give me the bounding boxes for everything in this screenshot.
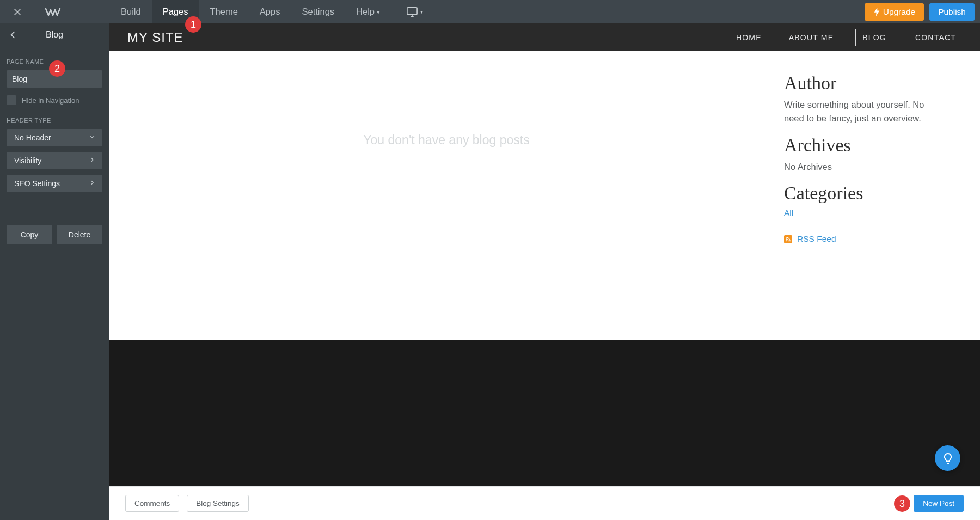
annotation-badge-3: 3 xyxy=(894,495,910,512)
editor-topbar: Build Pages Theme Apps Settings Help▾ ▾ … xyxy=(0,0,980,23)
svg-point-1 xyxy=(786,240,787,241)
publish-button[interactable]: Publish xyxy=(929,3,975,21)
new-post-button[interactable]: New Post xyxy=(914,495,964,512)
author-heading[interactable]: Author xyxy=(784,73,942,94)
site-nav-about[interactable]: ABOUT ME xyxy=(783,30,839,45)
seo-settings-label: SEO Settings xyxy=(14,179,60,188)
nav-apps[interactable]: Apps xyxy=(249,0,291,23)
chevron-down-icon xyxy=(89,133,96,142)
seo-settings-row[interactable]: SEO Settings xyxy=(7,175,102,192)
archives-heading[interactable]: Archives xyxy=(784,135,942,156)
site-nav-contact[interactable]: CONTACT xyxy=(910,30,961,45)
preview-pane: MY SITE HOME ABOUT ME BLOG CONTACT You d… xyxy=(109,23,980,520)
svg-rect-0 xyxy=(407,7,417,14)
category-all-link[interactable]: All xyxy=(784,208,942,218)
annotation-badge-2: 2 xyxy=(49,60,65,77)
topbar-nav: Build Pages Theme Apps Settings Help▾ xyxy=(110,0,391,23)
header-type-select[interactable]: No Header xyxy=(7,129,102,146)
site-nav-blog[interactable]: BLOG xyxy=(855,29,893,46)
bottom-bar-right: New Post xyxy=(914,495,964,512)
categories-heading[interactable]: Categories xyxy=(784,183,942,204)
sidebar-actions: Copy Delete xyxy=(7,225,102,244)
chevron-down-icon: ▾ xyxy=(377,9,380,15)
site-nav: HOME ABOUT ME BLOG CONTACT xyxy=(731,29,961,46)
site-header: MY SITE HOME ABOUT ME BLOG CONTACT xyxy=(109,23,980,51)
site-logo[interactable]: MY SITE xyxy=(127,30,183,45)
editor-layout: Blog PAGE NAME 2 Hide in Navigation HEAD… xyxy=(0,23,980,520)
upgrade-button[interactable]: Upgrade xyxy=(865,3,924,21)
nav-theme[interactable]: Theme xyxy=(199,0,249,23)
blog-canvas: You don't have any blog posts Author Wri… xyxy=(109,51,980,340)
device-preview-toggle[interactable]: ▾ xyxy=(406,7,423,17)
close-icon[interactable] xyxy=(11,5,24,19)
help-fab[interactable] xyxy=(935,445,960,471)
delete-button[interactable]: Delete xyxy=(57,225,102,244)
sidebar: Blog PAGE NAME 2 Hide in Navigation HEAD… xyxy=(0,23,109,520)
bottom-bar-left: Comments Blog Settings xyxy=(125,495,249,512)
site-nav-home[interactable]: HOME xyxy=(731,30,767,45)
lightbulb-icon xyxy=(941,452,954,465)
chevron-right-icon xyxy=(89,179,96,188)
blog-post-area[interactable]: You don't have any blog posts xyxy=(109,51,784,340)
weebly-logo[interactable] xyxy=(45,4,61,20)
sidebar-title: Blog xyxy=(0,30,109,40)
sidebar-header: Blog xyxy=(0,23,109,46)
chevron-right-icon xyxy=(89,156,96,165)
nav-help[interactable]: Help▾ xyxy=(345,0,391,23)
header-type-label: HEADER TYPE xyxy=(7,117,102,124)
chevron-down-icon: ▾ xyxy=(420,9,423,15)
nav-build[interactable]: Build xyxy=(110,0,152,23)
blog-bottom-bar: Comments Blog Settings New Post 3 xyxy=(109,486,980,520)
topbar-right: Upgrade Publish xyxy=(865,3,975,21)
visibility-label: Visibility xyxy=(14,156,41,165)
header-type-value: No Header xyxy=(14,133,51,142)
hide-in-navigation-checkbox[interactable]: Hide in Navigation xyxy=(7,95,102,105)
lightning-icon xyxy=(873,8,880,16)
rss-feed-link[interactable]: RSS Feed xyxy=(797,234,836,244)
copy-button[interactable]: Copy xyxy=(7,225,52,244)
visibility-row[interactable]: Visibility xyxy=(7,152,102,169)
blog-sidebar: Author Write something about yourself. N… xyxy=(784,51,947,340)
rss-icon xyxy=(784,235,792,243)
blog-settings-button[interactable]: Blog Settings xyxy=(187,495,249,512)
hide-in-navigation-label: Hide in Navigation xyxy=(22,96,79,105)
no-archives-text: No Archives xyxy=(784,160,942,174)
site-footer-area[interactable] xyxy=(109,340,980,486)
nav-settings[interactable]: Settings xyxy=(291,0,345,23)
annotation-badge-1: 1 xyxy=(185,16,201,33)
checkbox-box xyxy=(7,95,16,105)
sidebar-body: PAGE NAME 2 Hide in Navigation HEADER TY… xyxy=(0,46,109,198)
rss-row[interactable]: RSS Feed xyxy=(784,234,942,244)
author-text[interactable]: Write something about yourself. No need … xyxy=(784,98,942,125)
empty-blog-message: You don't have any blog posts xyxy=(363,133,529,148)
comments-button[interactable]: Comments xyxy=(125,495,179,512)
